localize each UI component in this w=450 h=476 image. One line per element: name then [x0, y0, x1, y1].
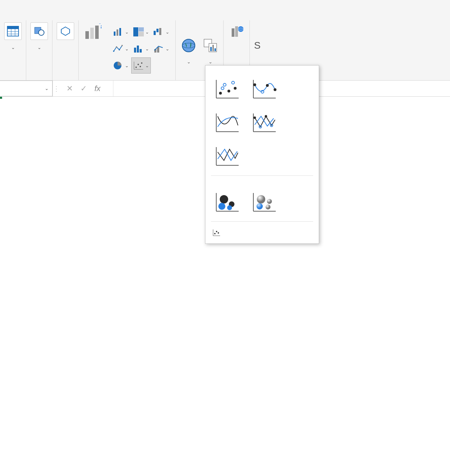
fx-icon[interactable]: fx	[94, 84, 106, 93]
svg-rect-9	[85, 31, 89, 39]
svg-point-54	[232, 81, 234, 84]
name-box[interactable]: ⌄	[0, 81, 52, 96]
chevron-down-icon: ⌄	[187, 59, 191, 64]
svg-point-23	[116, 46, 117, 48]
svg-rect-42	[210, 47, 212, 51]
recommended-charts-icon: ?	[83, 22, 103, 41]
svg-rect-1	[7, 26, 19, 29]
scatter-straight-lines-button[interactable]	[212, 144, 241, 169]
scatter-chart-button[interactable]: ⌄	[131, 57, 151, 74]
formula-editing-buttons: ✕ ✓ fx	[59, 84, 113, 93]
svg-rect-21	[159, 28, 161, 35]
chevron-down-icon: ⌄	[209, 59, 212, 64]
hexagon-icon	[57, 22, 74, 40]
svg-point-53	[227, 90, 230, 92]
bubble-3d-button[interactable]	[249, 190, 278, 215]
svg-rect-44	[215, 48, 216, 51]
svg-rect-26	[134, 48, 136, 53]
group-addins	[52, 20, 79, 80]
svg-point-7	[38, 30, 44, 35]
svg-point-38	[182, 39, 195, 52]
svg-point-87	[214, 233, 216, 234]
svg-rect-17	[139, 27, 144, 32]
svg-point-82	[267, 199, 272, 204]
table-icon	[4, 22, 22, 40]
3dmap-icon	[228, 22, 245, 40]
svg-point-34	[135, 67, 137, 68]
enter-icon[interactable]: ✓	[80, 84, 87, 93]
svg-point-69	[265, 115, 267, 118]
group-charts: ?	[79, 20, 107, 80]
svg-rect-19	[154, 31, 156, 35]
svg-rect-43	[212, 45, 214, 51]
svg-rect-15	[119, 28, 121, 36]
group-chart-types: ⌄ ⌄ ⌄ ⌄ ⌄ ⌄ ⌄ ⌄	[107, 20, 176, 80]
svg-point-22	[113, 50, 114, 52]
svg-point-36	[140, 66, 141, 67]
globe-icon	[180, 37, 197, 54]
recommended-charts-button[interactable]: ?	[83, 22, 103, 44]
line-chart-button[interactable]: ⌄	[111, 41, 131, 57]
svg-point-83	[256, 203, 263, 209]
pie-chart-button[interactable]: ⌄	[111, 57, 131, 74]
combo-chart-button[interactable]: ⌄	[152, 41, 171, 57]
waterfall-chart-button[interactable]: ⌄	[152, 24, 171, 40]
svg-point-37	[141, 62, 142, 64]
scatter-smooth-markers-button[interactable]	[249, 77, 278, 102]
scatter-section-title	[205, 65, 319, 75]
bubble-section-title	[205, 179, 319, 188]
fill-handle[interactable]	[0, 96, 2, 99]
svg-point-67	[254, 117, 256, 119]
scatter-mini-icon	[212, 229, 221, 236]
svg-point-61	[266, 84, 269, 87]
formula-input[interactable]	[113, 81, 215, 96]
svg-point-52	[223, 83, 226, 86]
svg-rect-16	[133, 27, 138, 36]
scatter-smooth-lines-button[interactable]	[212, 110, 241, 136]
svg-rect-13	[114, 32, 115, 36]
overflow-label: S	[254, 22, 261, 51]
tables-button[interactable]: ⌄	[4, 22, 22, 50]
chevron-down-icon: ⌄	[11, 45, 15, 50]
histogram-chart-button[interactable]: ⌄	[131, 41, 151, 57]
group-tables: ⌄	[0, 20, 26, 80]
svg-point-35	[138, 64, 139, 65]
shapes-icon	[30, 22, 48, 40]
svg-point-51	[219, 92, 222, 95]
svg-point-88	[216, 231, 217, 232]
group-illustrations: ⌄	[26, 20, 52, 80]
chevron-down-icon: ⌄	[37, 45, 41, 50]
ribbon-tabs	[0, 0, 450, 18]
cancel-icon[interactable]: ✕	[66, 84, 73, 93]
svg-rect-20	[156, 29, 159, 32]
svg-point-62	[274, 88, 276, 91]
svg-point-75	[220, 195, 228, 203]
addins-button[interactable]	[57, 22, 74, 43]
svg-text:?: ?	[99, 23, 101, 30]
pivotchart-button[interactable]: ⌄	[202, 37, 219, 64]
treemap-chart-button[interactable]: ⌄	[131, 24, 151, 40]
svg-point-81	[257, 195, 265, 203]
more-scatter-link[interactable]	[205, 225, 319, 241]
svg-point-25	[121, 45, 123, 46]
svg-point-59	[253, 83, 256, 86]
svg-rect-10	[90, 28, 94, 39]
svg-rect-45	[232, 28, 234, 37]
svg-rect-27	[137, 46, 139, 53]
column-chart-button[interactable]: ⌄	[111, 24, 131, 40]
scatter-markers-button[interactable]	[212, 77, 241, 102]
chevron-down-icon: ⌄	[45, 86, 49, 91]
bubble-flat-button[interactable]	[212, 190, 241, 215]
svg-rect-18	[139, 32, 144, 36]
svg-point-84	[266, 205, 270, 209]
maps-button[interactable]: ⌄	[180, 37, 197, 64]
svg-point-77	[218, 203, 225, 210]
chart-types-grid: ⌄ ⌄ ⌄ ⌄ ⌄ ⌄ ⌄ ⌄	[111, 22, 171, 74]
illustrations-button[interactable]: ⌄	[30, 22, 48, 50]
scatter-dropdown	[205, 65, 319, 244]
svg-point-47	[238, 26, 244, 32]
svg-rect-14	[117, 29, 118, 36]
svg-rect-11	[95, 26, 99, 39]
scatter-straight-markers-button[interactable]	[249, 110, 278, 136]
3dmap-button[interactable]	[228, 22, 245, 43]
